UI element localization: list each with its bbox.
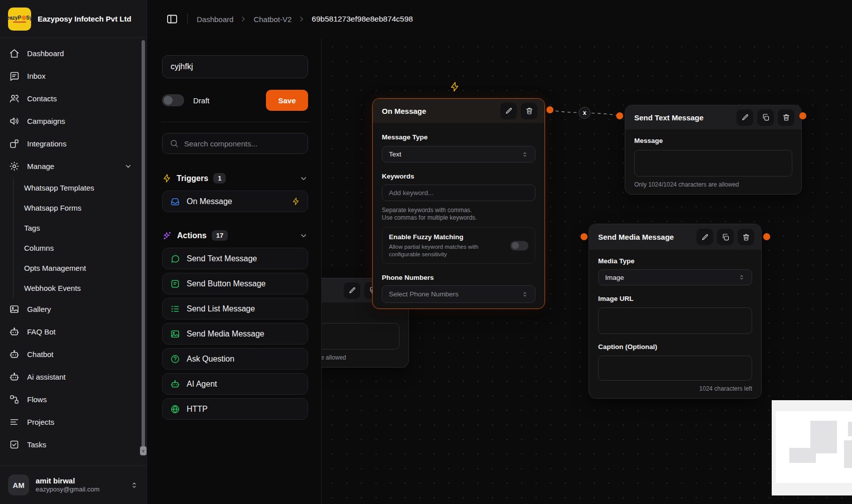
action-item-send-media-message[interactable]: Send Media Message [162, 323, 308, 345]
gallery-icon [9, 304, 20, 314]
trigger-item-on-message[interactable]: On Message [162, 191, 308, 212]
on-message-source-port[interactable] [546, 106, 553, 113]
sidebar-item-faq-bot[interactable]: FAQ Bot [0, 320, 141, 343]
phone-numbers-select[interactable]: Select Phone Numbers [382, 285, 535, 303]
sidebar-item-label: Gallery [27, 305, 51, 313]
send-media-target-port[interactable] [581, 233, 588, 240]
sidebar-item-dashboard[interactable]: Dashboard [0, 42, 141, 65]
user-name: amit birwal [36, 476, 99, 486]
edit-node-button[interactable] [737, 109, 753, 126]
on-message-node[interactable]: On Message Message Type Text Keywords Se… [372, 98, 545, 309]
sidebar-item-whatsapp-templates[interactable]: Whatsapp Templates [14, 178, 141, 198]
sidebar-item-inbox[interactable]: Inbox [0, 65, 141, 87]
save-button[interactable]: Save [266, 90, 308, 111]
trash-icon [525, 107, 533, 115]
duplicate-node-button[interactable] [757, 109, 774, 126]
user-menu[interactable]: AM amit birwal eazyposy@gmail.com [0, 465, 147, 504]
edit-node-button[interactable] [696, 229, 713, 245]
actions-count-badge: 17 [212, 230, 228, 241]
media-type-select[interactable]: Image [598, 269, 752, 285]
delete-node-button[interactable] [738, 229, 754, 245]
avatar: AM [8, 474, 29, 495]
scroll-down-button[interactable]: ∨ [140, 446, 147, 455]
edit-node-button[interactable] [344, 282, 360, 299]
flow-canvas[interactable]: Message Only 1024/1024 characters are al… [322, 38, 852, 504]
breadcrumb: Dashboard Chatbot-V2 69b581273ef98e8eb87… [197, 15, 413, 24]
message-textarea[interactable] [322, 323, 399, 350]
keywords-input[interactable] [382, 185, 535, 201]
send-text-source-port[interactable] [799, 112, 806, 119]
flow-name-input[interactable] [162, 55, 308, 78]
fuzzy-matching-box: Enable Fuzzy Matching Allow partial keyw… [382, 227, 535, 264]
breadcrumb-chatbot-v2[interactable]: Chatbot-V2 [253, 15, 292, 24]
message-type-select[interactable]: Text [382, 146, 535, 162]
action-item-send-list-message[interactable]: Send List Message [162, 298, 308, 319]
node-title: On Message [382, 107, 426, 115]
sidebar-item-ai-assistant[interactable]: Ai assistant [0, 366, 141, 388]
sidebar-item-whatsapp-forms[interactable]: Whatsapp Forms [14, 198, 141, 218]
media-type-value: Image [605, 274, 624, 281]
panel-left-icon [166, 13, 178, 25]
sidebar-item-tasks[interactable]: Tasks [0, 433, 141, 456]
edit-node-button[interactable] [500, 103, 517, 119]
megaphone-icon [9, 116, 20, 126]
action-item-http[interactable]: HTTP [162, 398, 308, 420]
action-item-send-text-message[interactable]: Send Text Message [162, 248, 308, 269]
logo-text: eazyP [7, 15, 21, 21]
chevron-down-icon [299, 174, 308, 183]
delete-node-button[interactable] [521, 103, 537, 119]
message-label: Message [322, 310, 399, 317]
send-media-message-node[interactable]: Send Media Message Media Type Image Imag… [589, 224, 762, 399]
company-name: Eazyposy Infotech Pvt Ltd [38, 15, 131, 23]
search-input[interactable] [184, 139, 301, 148]
breadcrumb-dashboard[interactable]: Dashboard [197, 15, 233, 24]
sidebar-toggle-button[interactable] [166, 13, 178, 25]
sidebar-item-flows[interactable]: Flows [0, 388, 141, 411]
sidebar-item-label: Whatsapp Forms [24, 204, 81, 212]
triggers-count-badge: 1 [213, 173, 226, 184]
message-square-icon [9, 71, 20, 81]
node-header: Send Media Message [589, 224, 761, 250]
send-media-source-port[interactable] [763, 233, 770, 240]
fuzzy-description: Allow partial keyword matches with confi… [389, 243, 505, 258]
draft-toggle[interactable] [162, 94, 184, 106]
message-type-label: Message Type [382, 133, 535, 141]
action-item-ask-question[interactable]: Ask Question [162, 348, 308, 370]
send-text-message-node[interactable]: Send Text Message Message Only 1024/1024… [625, 105, 802, 195]
brand[interactable]: eazyPSy Eazyposy Infotech Pvt Ltd [0, 0, 147, 38]
message-textarea[interactable] [634, 150, 792, 177]
keywords-label: Keywords [382, 173, 535, 180]
sidebar-item-columns[interactable]: Columns [14, 238, 141, 258]
caption-textarea[interactable] [598, 356, 752, 381]
sidebar-item-manage[interactable]: Manage [0, 155, 141, 178]
actions-section-header[interactable]: Actions 17 [162, 230, 308, 241]
delete-node-button[interactable] [778, 109, 794, 126]
sidebar-item-campaigns[interactable]: Campaigns [0, 110, 141, 132]
trigger-label: On Message [187, 197, 232, 206]
action-label: Send Media Message [187, 329, 264, 339]
fuzzy-toggle[interactable] [510, 241, 528, 250]
sidebar-item-label: Tasks [27, 440, 46, 449]
duplicate-node-button[interactable] [717, 229, 734, 245]
sidebar-item-label: FAQ Bot [27, 327, 56, 336]
edge-delete-button[interactable]: x [579, 107, 591, 119]
blocks-icon [9, 138, 20, 149]
action-item-ai-agent[interactable]: AI Agent [162, 373, 308, 395]
canvas-minimap[interactable] [772, 400, 852, 495]
sidebar-scrollbar[interactable]: ∨ [141, 40, 145, 454]
sidebar-item-integrations[interactable]: Integrations [0, 132, 141, 155]
sidebar-item-chatbot[interactable]: Chatbot [0, 343, 141, 366]
sidebar-item-gallery[interactable]: Gallery [0, 298, 141, 320]
image-icon [170, 329, 180, 339]
sidebar-item-tags[interactable]: Tags [14, 218, 141, 238]
send-text-target-port[interactable] [616, 112, 623, 119]
image-url-textarea[interactable] [598, 307, 752, 334]
sidebar-item-opts-management[interactable]: Opts Management [14, 258, 141, 278]
action-item-send-button-message[interactable]: Send Button Message [162, 273, 308, 294]
triggers-section-header[interactable]: Triggers 1 [162, 173, 308, 184]
sidebar-item-contacts[interactable]: Contacts [0, 87, 141, 110]
action-label: Ask Question [187, 355, 234, 364]
button-message-icon [170, 279, 180, 289]
sidebar-item-webhook-events[interactable]: Webhook Events [14, 278, 141, 298]
sidebar-item-projects[interactable]: Projects [0, 411, 141, 433]
